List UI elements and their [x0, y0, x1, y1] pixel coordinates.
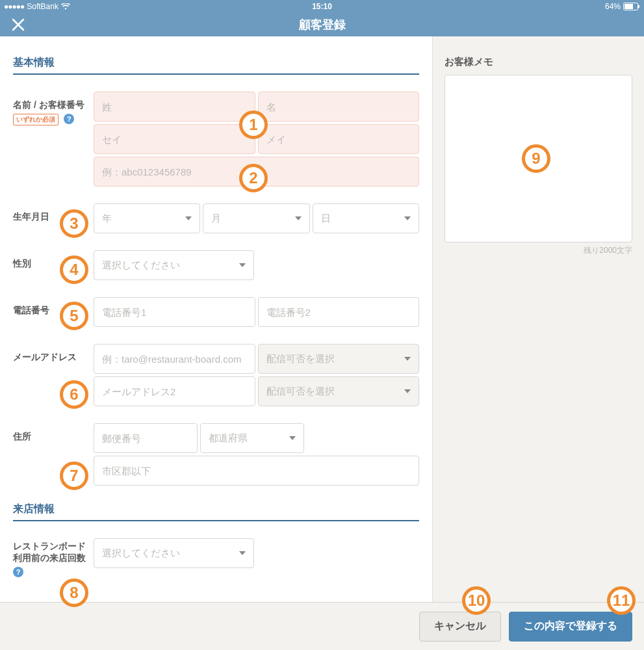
label-prior-visits: レストランボード利用前の来店回数: [13, 541, 94, 564]
annotation-7: 7: [60, 462, 88, 490]
email2-delivery-label: 配信可否を選択: [266, 385, 335, 398]
prefecture-select[interactable]: 都道府県: [200, 423, 304, 453]
lastname-kanji-input[interactable]: [94, 92, 255, 122]
svg-rect-1: [625, 4, 633, 9]
chevron-down-icon: [404, 389, 411, 393]
carrier-label: SoftBank: [27, 2, 58, 11]
title-bar: 顧客登録: [0, 13, 644, 36]
gender-select-label: 選択してください: [102, 259, 180, 272]
email1-delivery-label: 配信可否を選択: [266, 353, 335, 365]
chevron-down-icon: [185, 216, 192, 220]
svg-rect-2: [638, 5, 639, 8]
annotation-9: 9: [522, 144, 550, 173]
memo-counter: 残り2000文字: [444, 245, 632, 256]
annotation-11: 11: [607, 586, 636, 615]
required-badge: いずれか必須: [13, 114, 58, 125]
annotation-6: 6: [60, 380, 88, 409]
status-bar: ●●●●● SoftBank 15:10 64%: [0, 0, 644, 13]
label-email: メールアドレス: [13, 352, 94, 363]
chevron-down-icon: [289, 436, 296, 440]
footer-bar: キャンセル この内容で登録する: [0, 602, 644, 650]
month-select[interactable]: 月: [203, 203, 309, 233]
submit-button[interactable]: この内容で登録する: [509, 612, 632, 642]
label-name: 名前 / お客様番号: [13, 99, 94, 111]
email2-input[interactable]: [94, 376, 255, 406]
annotation-2: 2: [239, 164, 268, 192]
section-basic-title: 基本情報: [13, 56, 419, 75]
chevron-down-icon: [404, 216, 411, 220]
firstname-kana-input[interactable]: [258, 124, 420, 154]
close-button[interactable]: [9, 16, 27, 34]
close-icon: [11, 18, 25, 32]
help-icon[interactable]: ?: [64, 114, 74, 124]
prior-visits-label: 選択してください: [102, 547, 180, 560]
phone1-input[interactable]: [94, 297, 255, 327]
annotation-3: 3: [60, 209, 88, 238]
section-visit-title: 来店情報: [13, 502, 419, 521]
firstname-kanji-input[interactable]: [258, 92, 420, 122]
chevron-down-icon: [239, 263, 246, 267]
help-icon[interactable]: ?: [13, 567, 23, 577]
cancel-button[interactable]: キャンセル: [419, 612, 501, 642]
day-select[interactable]: 日: [313, 203, 419, 233]
postal-input[interactable]: [94, 423, 198, 453]
annotation-8: 8: [60, 578, 88, 607]
memo-title: お客様メモ: [444, 56, 632, 68]
year-select-label: 年: [102, 213, 112, 225]
phone2-input[interactable]: [258, 297, 420, 327]
chevron-down-icon: [404, 357, 411, 361]
memo-panel: お客様メモ 残り2000文字: [433, 36, 644, 602]
email2-delivery-select[interactable]: 配信可否を選択: [258, 376, 420, 406]
annotation-1: 1: [239, 110, 268, 139]
city-input[interactable]: [94, 456, 419, 486]
annotation-10: 10: [462, 586, 491, 615]
email1-delivery-select[interactable]: 配信可否を選択: [258, 344, 420, 374]
month-select-label: 月: [211, 213, 221, 225]
year-select[interactable]: 年: [94, 203, 200, 233]
battery-icon: [623, 3, 640, 10]
status-time: 15:10: [312, 2, 332, 11]
signal-dots-icon: ●●●●●: [4, 2, 24, 11]
annotation-5: 5: [60, 302, 88, 330]
battery-percent: 64%: [605, 2, 621, 11]
email1-input[interactable]: [94, 344, 255, 374]
day-select-label: 日: [321, 213, 331, 225]
wifi-icon: [61, 3, 70, 10]
page-title: 顧客登録: [299, 17, 346, 32]
chevron-down-icon: [239, 551, 246, 555]
chevron-down-icon: [295, 216, 302, 220]
lastname-kana-input[interactable]: [94, 124, 255, 154]
label-address: 住所: [13, 431, 94, 443]
gender-select[interactable]: 選択してください: [94, 250, 254, 280]
prior-visits-select[interactable]: 選択してください: [94, 538, 254, 568]
annotation-4: 4: [60, 255, 88, 284]
prefecture-select-label: 都道府県: [209, 432, 248, 445]
